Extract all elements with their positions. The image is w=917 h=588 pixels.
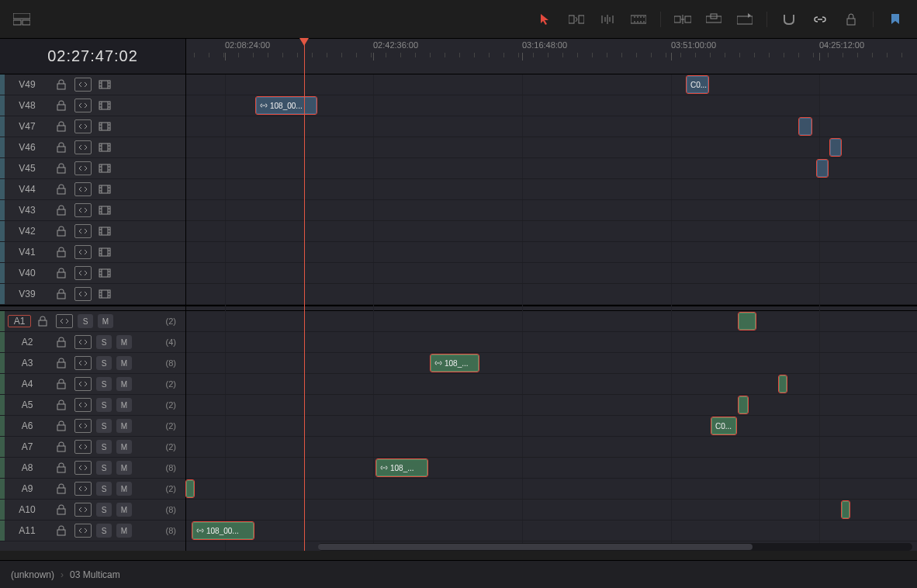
timeline-track-lane[interactable]	[186, 179, 917, 200]
video-track-header[interactable]: V41	[0, 242, 185, 263]
audio-track-header[interactable]: A8 S M (8)	[0, 458, 185, 479]
film-icon[interactable]	[96, 245, 113, 259]
audio-clip[interactable]	[842, 501, 850, 518]
lock-icon[interactable]	[842, 10, 860, 29]
video-track-header[interactable]: V47	[0, 116, 185, 137]
timeline-canvas[interactable]: 02:08:24:0002:42:36:0003:16:48:0003:51:0…	[186, 39, 917, 551]
lock-icon[interactable]	[34, 314, 51, 328]
audio-clip[interactable]: C0...	[711, 417, 736, 434]
mute-button[interactable]: M	[116, 482, 132, 496]
film-icon[interactable]	[96, 99, 113, 112]
playhead[interactable]	[304, 39, 305, 551]
auto-select-icon[interactable]	[74, 99, 92, 112]
audio-clip[interactable]	[186, 480, 194, 497]
track-label[interactable]: V42	[5, 226, 50, 237]
blade-tool-icon[interactable]	[629, 10, 648, 29]
track-label[interactable]: A4	[5, 379, 50, 389]
timeline-track-lane[interactable]: 108_...	[186, 458, 917, 479]
audio-clip[interactable]: 108_00...	[192, 522, 254, 539]
video-track-header[interactable]: V42	[0, 221, 185, 242]
video-clip[interactable]	[799, 118, 811, 135]
solo-button[interactable]: S	[96, 419, 112, 433]
lock-icon[interactable]	[53, 482, 70, 496]
film-icon[interactable]	[96, 140, 113, 154]
video-track-header[interactable]: V44	[0, 179, 185, 200]
auto-select-icon[interactable]	[74, 377, 92, 391]
video-clip[interactable]: C0...	[687, 76, 708, 93]
track-label[interactable]: V49	[5, 79, 50, 90]
video-track-header[interactable]: V49	[0, 74, 185, 95]
auto-select-icon[interactable]	[74, 161, 92, 175]
auto-select-icon[interactable]	[56, 314, 73, 328]
video-clip[interactable]	[830, 139, 841, 156]
lock-icon[interactable]	[53, 245, 70, 259]
lock-icon[interactable]	[53, 419, 70, 433]
auto-select-icon[interactable]	[74, 140, 92, 154]
auto-select-icon[interactable]	[74, 398, 92, 412]
film-icon[interactable]	[96, 78, 113, 92]
auto-select-icon[interactable]	[74, 440, 92, 454]
mute-button[interactable]: M	[98, 314, 113, 328]
film-icon[interactable]	[96, 161, 113, 175]
auto-select-icon[interactable]	[74, 461, 92, 475]
audio-track-header[interactable]: A2 S M (4)	[0, 332, 185, 353]
solo-button[interactable]: S	[96, 440, 112, 454]
timeline-track-lane[interactable]	[186, 311, 917, 332]
lock-icon[interactable]	[53, 287, 70, 301]
track-label[interactable]: V40	[5, 268, 50, 278]
lock-icon[interactable]	[53, 78, 70, 92]
timeline-track-lane[interactable]: 108_...	[186, 353, 917, 374]
solo-button[interactable]: S	[96, 377, 112, 391]
snap-icon[interactable]	[780, 10, 798, 29]
mute-button[interactable]: M	[116, 461, 132, 475]
auto-select-icon[interactable]	[74, 119, 92, 133]
track-label[interactable]: A11	[5, 525, 50, 536]
track-label[interactable]: A6	[5, 420, 50, 431]
auto-select-icon[interactable]	[74, 524, 92, 538]
auto-select-icon[interactable]	[74, 224, 92, 238]
timeline-track-lane[interactable]	[186, 158, 917, 179]
track-label[interactable]: A3	[5, 358, 50, 368]
auto-select-icon[interactable]	[74, 287, 92, 301]
lock-icon[interactable]	[53, 461, 70, 475]
video-track-header[interactable]: V46	[0, 137, 185, 158]
track-label[interactable]: V45	[5, 163, 50, 174]
video-track-header[interactable]: V40	[0, 263, 185, 284]
track-label[interactable]: A7	[5, 441, 50, 452]
video-clip[interactable]	[817, 160, 828, 177]
track-label[interactable]: A10	[5, 504, 50, 515]
audio-track-header[interactable]: A3 S M (8)	[0, 353, 185, 374]
trim-edit-icon[interactable]	[567, 10, 586, 29]
time-ruler[interactable]: 02:08:24:0002:42:36:0003:16:48:0003:51:0…	[186, 39, 917, 74]
timeline-track-lane[interactable]	[186, 284, 917, 305]
timeline-track-lane[interactable]	[186, 395, 917, 416]
track-label[interactable]: A1	[8, 315, 31, 327]
dynamic-trim-icon[interactable]	[598, 10, 617, 29]
track-label[interactable]: A2	[5, 337, 50, 348]
breadcrumb-current[interactable]: 03 Multicam	[70, 569, 120, 580]
film-icon[interactable]	[96, 119, 113, 133]
insert-clip-icon[interactable]	[673, 10, 692, 29]
lock-icon[interactable]	[53, 99, 70, 112]
playhead-handle[interactable]	[299, 38, 309, 46]
auto-select-icon[interactable]	[74, 203, 92, 217]
track-label[interactable]: V43	[5, 205, 50, 216]
lock-icon[interactable]	[53, 356, 70, 370]
auto-select-icon[interactable]	[74, 335, 92, 349]
mute-button[interactable]: M	[116, 419, 132, 433]
solo-button[interactable]: S	[96, 356, 112, 370]
scrollbar-thumb[interactable]	[318, 544, 753, 550]
timeline-track-lane[interactable]	[186, 500, 917, 521]
lock-icon[interactable]	[53, 503, 70, 517]
track-label[interactable]: V44	[5, 184, 50, 195]
timeline-track-lane[interactable]	[186, 332, 917, 353]
timeline-track-lane[interactable]	[186, 221, 917, 242]
auto-select-icon[interactable]	[74, 503, 92, 517]
audio-track-header[interactable]: A9 S M (2)	[0, 479, 185, 500]
lock-icon[interactable]	[53, 224, 70, 238]
track-label[interactable]: V46	[5, 142, 50, 153]
track-label[interactable]: A8	[5, 462, 50, 473]
mute-button[interactable]: M	[116, 356, 132, 370]
track-label[interactable]: V39	[5, 289, 50, 299]
solo-button[interactable]: S	[96, 503, 112, 517]
